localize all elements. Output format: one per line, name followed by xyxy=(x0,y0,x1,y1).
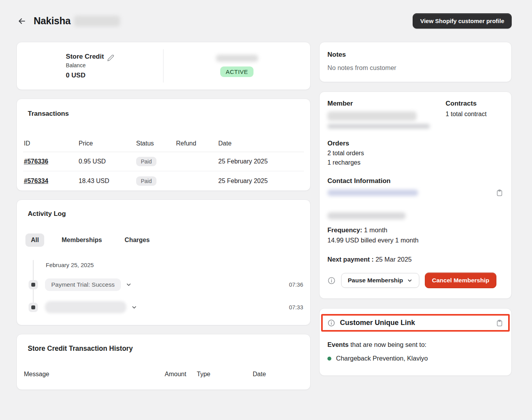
frequency-line: Frequency: 1 month xyxy=(327,226,503,234)
table-row: #576336 0.95 USD Paid 25 February 2025 xyxy=(23,152,304,171)
chevron-down-icon xyxy=(407,278,413,284)
column-header-type: Type xyxy=(197,371,253,378)
activity-log-tabs: All Memberships Charges xyxy=(25,233,304,247)
customer-unique-link-highlight-box: Customer Unique Link xyxy=(321,314,510,332)
back-button[interactable] xyxy=(16,16,27,27)
transaction-price: 18.43 USD xyxy=(79,178,136,185)
transaction-price: 0.95 USD xyxy=(79,158,136,165)
customer-unique-link-title: Customer Unique Link xyxy=(340,319,492,327)
timeline-marker-icon xyxy=(29,280,38,289)
customer-first-name: Nakisha xyxy=(34,15,71,27)
list-item: 07:33 xyxy=(29,301,304,313)
orders-title: Orders xyxy=(327,140,503,147)
timeline-date-group: February 25, 2025 xyxy=(46,260,304,268)
frequency-label: Frequency: xyxy=(327,226,362,233)
customer-last-name-redacted xyxy=(74,16,120,27)
pause-membership-label: Pause Membership xyxy=(348,277,403,284)
orders-recharges: 1 recharges xyxy=(327,159,503,166)
events-rest: that are now being sent to: xyxy=(350,341,426,348)
column-header-refund: Refund xyxy=(176,140,218,147)
copy-unique-link-button[interactable] xyxy=(496,319,503,327)
contact-email-redacted xyxy=(327,190,418,196)
balance-label: Balance xyxy=(66,62,114,68)
store-credit-history-title: Store Credit Transaction History xyxy=(28,345,304,353)
column-header-status: Status xyxy=(136,140,176,147)
activity-event-pill-redacted[interactable] xyxy=(45,301,126,313)
customer-email-redacted xyxy=(216,55,258,62)
page-header: Nakisha View Shopify customer profile xyxy=(16,13,512,29)
next-payment-value: 25 Mar 2025 xyxy=(376,256,412,263)
contracts-value: 1 total contract xyxy=(446,111,503,118)
orders-total: 2 total orders xyxy=(327,150,503,157)
next-payment-label: Next payment : xyxy=(327,256,374,263)
transaction-date: 25 February 2025 xyxy=(218,158,303,165)
tab-memberships[interactable]: Memberships xyxy=(56,233,107,247)
customer-detail-page: Nakisha View Shopify customer profile St… xyxy=(0,0,532,413)
activity-event-pill[interactable]: Payment Trial: Success xyxy=(45,278,121,291)
store-credit-history-card: Store Credit Transaction History Message… xyxy=(16,334,311,390)
events-destinations: Chargeback Prevention, Klaviyo xyxy=(336,355,428,362)
page-title: Nakisha xyxy=(34,15,120,27)
customer-unique-link-card: Customer Unique Link Events that are now… xyxy=(319,308,512,376)
notes-title: Notes xyxy=(327,51,503,59)
events-line: Events that are now being sent to: xyxy=(327,341,503,348)
list-item: Payment Trial: Success 07:36 xyxy=(29,278,304,291)
column-header-date: Date xyxy=(218,140,303,147)
store-credit-title: Store Credit xyxy=(66,53,104,61)
transactions-card: Transactions ID Price Status Refund Date… xyxy=(16,99,311,191)
frequency-value: 1 month xyxy=(364,226,388,233)
plan-name-redacted xyxy=(327,212,406,219)
chevron-down-icon[interactable] xyxy=(126,282,132,288)
copy-contact-button[interactable] xyxy=(496,189,503,197)
clipboard-icon xyxy=(496,319,503,327)
paid-badge: Paid xyxy=(136,176,156,186)
next-payment-line: Next payment : 25 Mar 2025 xyxy=(327,256,503,263)
chevron-down-icon[interactable] xyxy=(131,304,137,311)
notes-card: Notes No notes from customer xyxy=(319,42,512,82)
contracts-title: Contracts xyxy=(446,100,503,108)
store-credit-history-header-row: Message Amount Type Date xyxy=(23,371,304,378)
column-header-date: Date xyxy=(253,371,303,378)
clipboard-icon xyxy=(496,189,503,197)
view-shopify-profile-button[interactable]: View Shopify customer profile xyxy=(413,13,512,29)
store-credit-card: Store Credit Balance 0 USD ACTIVE xyxy=(16,42,311,90)
timeline-marker-icon xyxy=(29,303,38,312)
transactions-title: Transactions xyxy=(28,110,304,118)
column-header-price: Price xyxy=(79,140,136,147)
transaction-id-link[interactable]: #576334 xyxy=(24,178,48,184)
transaction-id-link[interactable]: #576336 xyxy=(24,158,48,165)
activity-timeline: February 25, 2025 Payment Trial: Success… xyxy=(29,260,304,313)
membership-info-button[interactable] xyxy=(327,276,336,285)
paid-badge: Paid xyxy=(136,157,156,166)
column-header-amount: Amount xyxy=(165,371,197,378)
balance-value: 0 USD xyxy=(66,72,114,79)
arrow-left-icon xyxy=(17,16,27,26)
member-subtitle-redacted xyxy=(327,124,430,129)
green-dot-icon xyxy=(327,357,331,361)
activity-time: 07:33 xyxy=(289,304,304,311)
column-header-id: ID xyxy=(24,140,79,147)
info-icon[interactable] xyxy=(327,319,335,327)
pause-membership-button[interactable]: Pause Membership xyxy=(341,273,419,288)
contact-information-title: Contact Information xyxy=(327,177,503,185)
cancel-membership-button[interactable]: Cancel Membership xyxy=(425,273,496,288)
billing-text: 14.99 USD billed every 1 month xyxy=(327,237,503,244)
activity-log-card: Activity Log All Memberships Charges Feb… xyxy=(16,199,311,325)
events-destination-item: Chargeback Prevention, Klaviyo xyxy=(327,355,503,362)
member-card: Member Contracts 1 total contract Orders… xyxy=(319,92,512,299)
table-row: #576334 18.43 USD Paid 25 February 2025 xyxy=(23,171,304,190)
member-title: Member xyxy=(327,100,446,108)
transactions-header-row: ID Price Status Refund Date xyxy=(23,135,304,152)
member-name-redacted xyxy=(327,111,417,121)
status-badge: ACTIVE xyxy=(220,66,253,77)
tab-charges[interactable]: Charges xyxy=(119,233,155,247)
edit-pencil-icon[interactable] xyxy=(107,54,114,61)
column-header-message: Message xyxy=(24,371,165,378)
transactions-table: ID Price Status Refund Date #576336 0.95… xyxy=(23,135,304,190)
tab-all[interactable]: All xyxy=(25,233,44,247)
info-icon xyxy=(327,276,336,285)
events-label: Events xyxy=(327,341,349,348)
activity-log-title: Activity Log xyxy=(28,210,304,218)
notes-empty-text: No notes from customer xyxy=(327,64,503,72)
transaction-date: 25 February 2025 xyxy=(218,178,303,185)
